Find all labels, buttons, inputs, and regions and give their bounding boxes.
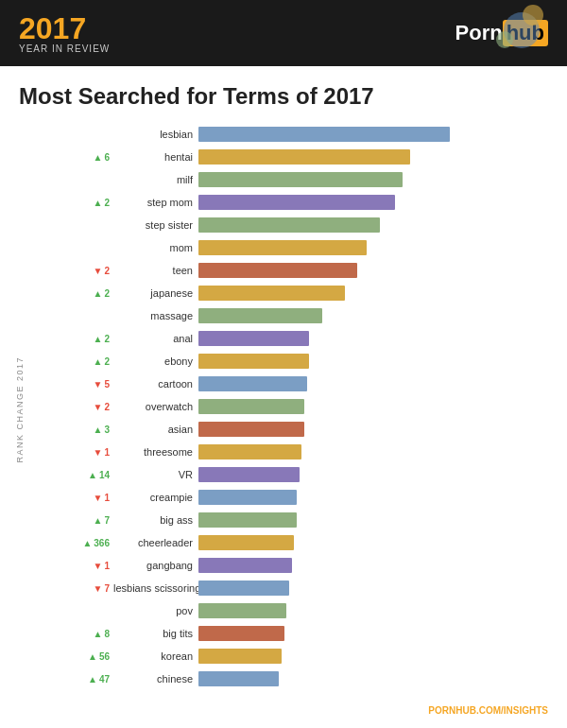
bar-label: step sister	[113, 219, 198, 231]
circle-deco-3	[496, 31, 513, 48]
up-arrow-icon: ▲	[94, 198, 103, 208]
bar-fill	[198, 603, 286, 618]
bar-label: creampie	[113, 492, 198, 503]
rank-number: 7	[104, 515, 110, 526]
chart-bars: lesbian▲6hentaimilf▲2step momstep sister…	[57, 124, 548, 689]
bar-fill	[198, 286, 345, 301]
rank-change-cell: ▼1	[57, 561, 113, 571]
rank-change-cell: ▼2	[57, 266, 113, 276]
rank-number: 47	[99, 674, 110, 685]
rank-number: 5	[104, 379, 110, 390]
table-row: ▼7lesbians scissoring	[57, 578, 548, 598]
footer-url: PORNHUB.COM/INSIGHTS	[0, 701, 567, 720]
bar-label: mom	[113, 242, 198, 253]
bar-label: korean	[113, 650, 198, 662]
table-row: ▲2step mom	[57, 192, 548, 213]
rank-change-label: RANK CHANGE 2017	[15, 356, 25, 463]
bar-fill	[198, 217, 380, 233]
bar-wrap	[198, 375, 548, 392]
up-arrow-icon: ▲	[82, 538, 92, 548]
year-logo: 2017 year in review	[19, 13, 110, 54]
bar-fill	[198, 172, 403, 187]
bar-wrap	[198, 557, 548, 574]
bar-wrap	[198, 602, 548, 619]
bar-label: hentai	[113, 151, 198, 163]
bar-label: big tits	[113, 628, 198, 639]
down-arrow-icon: ▼	[94, 583, 103, 594]
bar-label: lesbians scissoring	[113, 582, 198, 594]
rank-change-cell: ▲2	[57, 198, 113, 208]
table-row: ▲366cheerleader	[57, 532, 548, 553]
up-arrow-icon: ▲	[94, 288, 103, 299]
rank-number: 2	[104, 356, 110, 367]
down-arrow-icon: ▼	[94, 402, 103, 412]
table-row: ▲6hentai	[57, 147, 548, 167]
rank-number: 56	[99, 651, 110, 662]
bar-wrap	[198, 217, 548, 234]
bar-label: VR	[113, 469, 198, 480]
bar-fill	[198, 263, 357, 278]
table-row: ▼2teen	[57, 260, 548, 281]
bar-wrap	[198, 194, 548, 211]
up-arrow-icon: ▲	[94, 152, 103, 163]
bar-fill	[198, 671, 279, 686]
rank-number: 2	[104, 288, 110, 299]
rank-number: 6	[104, 152, 110, 163]
year-text: 2017	[19, 13, 110, 43]
rank-change-cell: ▲7	[57, 515, 113, 526]
table-row: milf	[57, 169, 548, 190]
rank-change-cell: ▲2	[57, 334, 113, 344]
rank-change-cell: ▼5	[57, 379, 113, 390]
rank-number: 1	[104, 493, 110, 503]
rank-number: 3	[104, 425, 110, 435]
table-row: ▲14VR	[57, 464, 548, 485]
bar-fill	[198, 240, 367, 255]
table-row: lesbian	[57, 124, 548, 145]
bar-fill	[198, 195, 395, 210]
bar-fill	[198, 308, 322, 323]
subtitle-text: year in review	[19, 43, 110, 54]
down-arrow-icon: ▼	[94, 561, 103, 571]
table-row: ▼1gangbang	[57, 555, 548, 576]
bar-wrap	[198, 443, 548, 460]
up-arrow-icon: ▲	[88, 674, 97, 685]
bar-fill	[198, 331, 309, 346]
table-row: ▼1threesome	[57, 442, 548, 462]
table-row: ▲8big tits	[57, 623, 548, 644]
bar-label: gangbang	[113, 560, 198, 571]
rank-number: 14	[99, 470, 110, 480]
bar-label: teen	[113, 265, 198, 276]
bar-wrap	[198, 648, 548, 665]
bar-label: cheerleader	[113, 537, 198, 548]
table-row: ▲47chinese	[57, 668, 548, 689]
table-row: ▲2anal	[57, 328, 548, 349]
rank-change-cell: ▼1	[57, 493, 113, 503]
page-title: Most Searched for Terms of 2017	[19, 83, 548, 110]
rank-number: 2	[104, 334, 110, 344]
bar-fill	[198, 581, 289, 596]
table-row: mom	[57, 237, 548, 258]
up-arrow-icon: ▲	[94, 629, 103, 639]
bar-wrap	[198, 580, 548, 597]
bar-wrap	[198, 285, 548, 302]
chart-container: RANK CHANGE 2017 lesbian▲6hentaimilf▲2st…	[0, 119, 567, 701]
table-row: ▲56korean	[57, 646, 548, 667]
bar-fill	[198, 444, 301, 459]
bar-label: lesbian	[113, 129, 198, 140]
bar-fill	[198, 149, 410, 165]
up-arrow-icon: ▲	[88, 651, 97, 662]
bar-fill	[198, 467, 300, 482]
bar-wrap	[198, 148, 548, 165]
bar-fill	[198, 558, 292, 573]
header: 2017 year in review Pornhub	[0, 0, 567, 66]
bar-label: pov	[113, 605, 198, 616]
rank-change-cell: ▼7	[57, 583, 113, 594]
rank-number: 2	[104, 266, 110, 276]
bar-fill	[198, 354, 309, 369]
rank-change-cell: ▼2	[57, 402, 113, 412]
table-row: ▲7big ass	[57, 510, 548, 530]
bar-label: big ass	[113, 514, 198, 526]
rank-change-cell: ▲47	[57, 674, 113, 685]
bar-wrap	[198, 262, 548, 279]
bar-wrap	[198, 330, 548, 347]
